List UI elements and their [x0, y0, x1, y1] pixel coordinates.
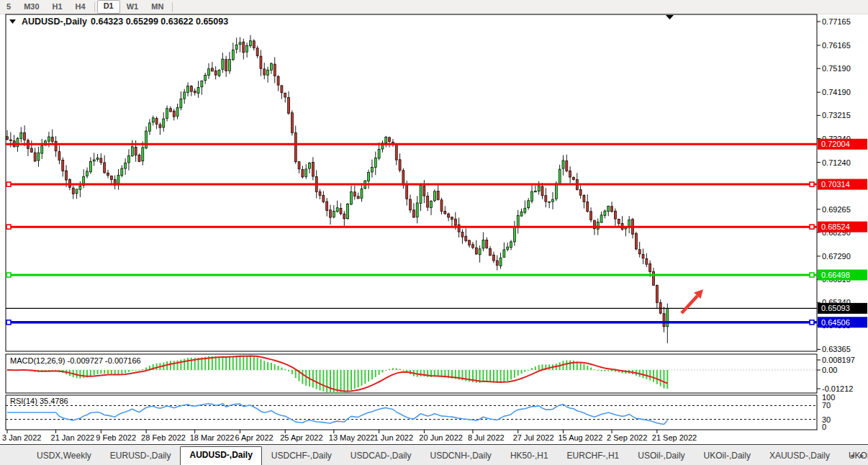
macd-bar — [243, 356, 244, 370]
top-splitter-marker-icon[interactable] — [666, 15, 674, 19]
macd-bar — [402, 370, 404, 371]
timeframe-button-mn[interactable]: MN — [145, 1, 170, 13]
bull-candle — [145, 131, 148, 148]
bull-candle — [361, 189, 363, 198]
tab-usoil-daily[interactable]: USOil-,Daily — [628, 448, 694, 465]
price-axis-label: 0.71240 — [822, 158, 851, 167]
bear-candle — [635, 233, 637, 249]
timeframe-button-w1[interactable]: W1 — [120, 1, 145, 13]
macd-bar — [493, 370, 494, 382]
bull-candle — [503, 250, 505, 257]
date-axis-label: 27 Jul 2022 — [513, 433, 554, 442]
macd-bar — [347, 370, 348, 392]
tab-usdcnh-daily[interactable]: USDCNH-,Daily — [421, 448, 501, 465]
support-line-green-handle[interactable] — [6, 273, 11, 277]
macd-bar — [597, 370, 599, 371]
timeframe-toolbar: 5M30H1H4D1W1MN — [0, 0, 868, 14]
timeframe-button-d1[interactable]: D1 — [97, 0, 120, 14]
bear-candle — [566, 161, 568, 171]
bear-candle — [330, 210, 332, 217]
timeframe-button-h4[interactable]: H4 — [69, 1, 92, 13]
tab-scroll-left-icon[interactable]: ◄ — [849, 452, 855, 459]
macd-bar — [83, 370, 84, 378]
bear-candle — [100, 158, 102, 163]
tab-usdx-weekly[interactable]: USDX,Weekly — [27, 448, 101, 465]
tab-scroll-right-icon[interactable]: ► — [859, 452, 865, 459]
rsi-label: RSI(14) 35.4786 — [10, 397, 68, 405]
chart-canvas[interactable]: AUDUSD-,Daily 0.64323 0.65299 0.63622 0.… — [0, 14, 868, 445]
macd-bar — [100, 370, 101, 374]
bear-candle — [642, 254, 644, 258]
tab-hk50-h1[interactable]: HK50-,H1 — [501, 448, 558, 465]
support-line-green-handle[interactable] — [810, 273, 814, 277]
timeframe-button-5[interactable]: 5 — [0, 1, 17, 13]
resistance-line-2-handle[interactable] — [810, 182, 814, 186]
macd-bar — [399, 369, 401, 371]
tab-eurchf-h1[interactable]: EURCHF-,H1 — [558, 448, 629, 465]
bull-candle — [37, 153, 40, 161]
bear-candle — [611, 207, 613, 212]
macd-bar — [646, 370, 647, 379]
macd-bar — [396, 369, 397, 371]
bull-candle — [222, 59, 224, 70]
date-axis-label: 9 Feb 2022 — [96, 433, 136, 442]
symbol-dropdown-icon[interactable] — [9, 19, 16, 24]
bull-candle — [538, 186, 540, 191]
support-line-blue-handle[interactable] — [810, 320, 814, 325]
bear-candle — [427, 197, 429, 207]
bear-candle — [110, 176, 112, 180]
bear-candle — [454, 219, 456, 225]
current-price-line-price-label-text: 0.65093 — [821, 304, 850, 312]
macd-bar — [375, 370, 376, 377]
bear-candle — [437, 191, 439, 200]
tab-audusd-daily[interactable]: AUDUSD-,Daily — [180, 446, 261, 465]
macd-bar — [611, 370, 612, 371]
tab-ukoil-daily[interactable]: UKOil-,Daily — [695, 448, 760, 465]
macd-bar — [663, 370, 664, 388]
bull-candle — [239, 42, 241, 45]
resistance-line-3-handle[interactable] — [6, 225, 11, 229]
bear-candle — [572, 177, 574, 179]
bear-candle — [440, 200, 443, 212]
bull-candle — [597, 222, 599, 229]
bull-candle — [232, 50, 234, 59]
macd-bar — [267, 362, 268, 370]
bull-candle — [524, 208, 526, 212]
bear-candle — [340, 208, 342, 213]
macd-bar — [482, 370, 484, 382]
macd-bar — [531, 368, 533, 370]
bull-candle — [148, 123, 150, 131]
bear-candle — [402, 171, 404, 185]
macd-bar — [184, 358, 185, 370]
bear-candle — [288, 97, 290, 113]
bear-candle — [284, 93, 286, 97]
bear-candle — [461, 232, 464, 237]
timeframe-button-h1[interactable]: H1 — [46, 1, 69, 13]
date-axis-label: 13 May 2022 — [329, 433, 375, 442]
bear-candle — [395, 145, 397, 160]
bull-candle — [479, 249, 481, 255]
macd-bar — [278, 366, 279, 370]
up-arrow-annotation[interactable] — [682, 296, 697, 313]
bull-candle — [76, 189, 78, 194]
bear-candle — [273, 64, 276, 76]
bear-candle — [107, 173, 109, 176]
support-line-blue-handle[interactable] — [6, 320, 11, 325]
bear-candle — [343, 214, 345, 219]
resistance-line-3-handle[interactable] — [810, 225, 814, 229]
tab-xauusd-daily[interactable]: XAUUSD-,Daily — [760, 448, 839, 465]
bull-candle — [499, 258, 502, 266]
macd-bar — [358, 370, 359, 387]
timeframe-button-m30[interactable]: M30 — [17, 1, 45, 13]
tab-eurusd-daily[interactable]: EURUSD-,Daily — [101, 448, 181, 465]
tab-usdcad-daily[interactable]: USDCAD-,Daily — [341, 448, 421, 465]
bull-candle — [420, 185, 422, 203]
price-axis-label: 0.74190 — [822, 88, 851, 96]
bull-candle — [562, 161, 564, 168]
bear-candle — [9, 140, 12, 140]
bear-candle — [486, 240, 488, 248]
bear-candle — [353, 192, 356, 197]
resistance-line-2-handle[interactable] — [6, 182, 11, 186]
bull-candle — [152, 118, 154, 122]
tab-usdchf-daily[interactable]: USDCHF-,Daily — [262, 448, 341, 465]
